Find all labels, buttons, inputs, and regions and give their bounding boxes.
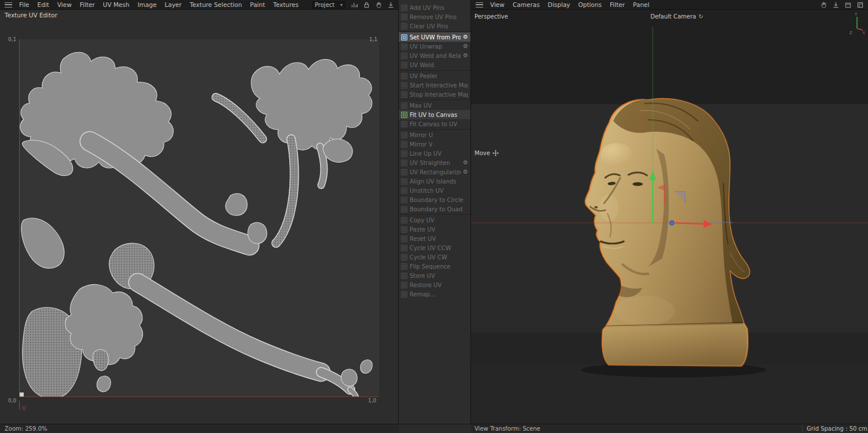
uv-island[interactable] <box>97 376 111 392</box>
uv-corner-label: 1,0 <box>368 398 376 403</box>
uv-command-item[interactable]: Unstitch UV ⚙ <box>399 186 470 195</box>
uv-command-item[interactable]: Remap... ⚙ <box>399 289 470 299</box>
uv-command-item[interactable]: Fit UV to Canvas ⚙ <box>399 110 470 119</box>
menu-item[interactable]: Display <box>544 1 575 9</box>
histogram-icon[interactable] <box>350 1 359 9</box>
uv-rectangularize-icon <box>401 169 407 175</box>
panel-menu-icon[interactable] <box>476 2 483 8</box>
uv-command-item[interactable]: Cycle UV CW ⚙ <box>399 252 470 262</box>
uv-command-item[interactable]: Stop Interactive Mapping ⚙ <box>399 90 470 99</box>
viewport-3d[interactable]: Perspective Default Camera ↻ Move Y X Z <box>471 10 868 424</box>
grab-hand-icon[interactable] <box>819 1 828 9</box>
viewport-scene-svg <box>471 10 868 424</box>
gear-icon[interactable]: ⚙ <box>463 160 468 166</box>
uv-weld-icon <box>401 62 407 68</box>
menu-item[interactable]: Filter <box>606 1 629 9</box>
boundary-circle-icon <box>401 197 407 203</box>
uv-island[interactable] <box>248 222 267 243</box>
uv-command-item[interactable]: Start Interactive Mapping ⚙ <box>399 80 470 90</box>
chest-highlight <box>615 296 675 326</box>
float-window-icon[interactable] <box>843 1 852 9</box>
uv-command-item[interactable]: Add UV Pins ⚙ <box>399 3 470 12</box>
menu-item[interactable]: UV Mesh <box>99 1 134 9</box>
uv-command-item[interactable]: Restore UV ⚙ <box>399 280 470 289</box>
camera-cycle-icon[interactable]: ↻ <box>698 13 703 20</box>
menu-item[interactable]: Image <box>134 1 161 9</box>
uv-command-item[interactable]: Store UV ⚙ <box>399 271 470 280</box>
maximize-icon[interactable] <box>855 1 865 9</box>
project-select[interactable]: Project ▾ <box>312 1 345 9</box>
fit-uv-canvas-icon <box>401 112 407 118</box>
restore-uv-icon <box>401 282 407 288</box>
uv-command-item[interactable]: Set UVW from Projection ⚙ <box>399 32 470 42</box>
uv-command-item[interactable]: UV Rectangularize ⚙ <box>399 167 470 177</box>
uv-command-item[interactable]: UV Weld ⚙ <box>399 60 470 69</box>
uv-command-item[interactable]: Cycle UV CCW ⚙ <box>399 243 470 252</box>
gear-icon[interactable]: ⚙ <box>463 169 468 175</box>
camera-label-text: Default Camera <box>650 13 696 20</box>
model-bust[interactable] <box>586 99 749 366</box>
uv-island[interactable] <box>21 218 64 269</box>
uv-command-item[interactable]: Max UV ⚙ <box>399 101 470 110</box>
download-arrow-icon[interactable] <box>386 1 395 9</box>
menu-item[interactable]: Filter <box>76 1 99 9</box>
uv-island[interactable] <box>226 193 247 215</box>
uv-command-item[interactable]: Boundary to Quad ⚙ <box>399 204 470 214</box>
uv-island[interactable] <box>276 139 295 243</box>
uv-command-item[interactable]: Mirror U ⚙ <box>399 130 470 140</box>
gear-icon[interactable]: ⚙ <box>463 34 468 40</box>
uv-origin-handle[interactable] <box>19 392 24 397</box>
menu-item[interactable]: Layer <box>161 1 186 9</box>
menu-item[interactable]: Cameras <box>509 1 544 9</box>
gear-icon[interactable]: ⚙ <box>463 43 468 49</box>
uv-island[interactable] <box>138 282 321 372</box>
uv-command-item[interactable]: Boundary to Circle ⚙ <box>399 195 470 204</box>
uv-island[interactable] <box>93 350 109 370</box>
menu-item[interactable]: Edit <box>34 1 53 9</box>
panel-menu-icon[interactable] <box>5 2 12 8</box>
uv-command-item[interactable]: UV Weld and Relax ⚙ <box>399 51 470 60</box>
uv-island[interactable] <box>90 141 249 245</box>
uv-command-item[interactable]: Reset UV ⚙ <box>399 234 470 243</box>
uv-island[interactable] <box>251 60 372 151</box>
uv-peeler-icon <box>401 73 407 79</box>
uv-command-item[interactable]: Mirror V ⚙ <box>399 140 470 149</box>
menu-item[interactable]: File <box>15 1 34 9</box>
uv-canvas[interactable] <box>19 39 379 397</box>
menu-item[interactable]: View <box>53 1 76 9</box>
uv-island[interactable] <box>323 139 352 162</box>
uv-command-label: Cycle UV CW <box>410 254 447 260</box>
uv-command-item[interactable]: Remove UV Pins ⚙ <box>399 12 470 21</box>
axis-x-label: X <box>862 31 865 34</box>
bust-pedestal <box>602 324 748 366</box>
uv-island[interactable] <box>361 360 372 373</box>
gizmo-center-dot[interactable] <box>670 221 674 225</box>
menu-item[interactable]: Texture Selection <box>186 1 246 9</box>
menu-item[interactable]: Options <box>574 1 606 9</box>
grab-hand-icon[interactable] <box>374 1 383 9</box>
lock-icon[interactable] <box>362 1 371 9</box>
uv-command-item[interactable]: UV Unwrap ⚙ <box>399 42 470 51</box>
move-tool-icon <box>492 150 499 156</box>
stop-interactive-mapping-icon <box>401 91 407 98</box>
uv-command-item[interactable]: UV Straighten ⚙ <box>399 158 470 167</box>
uv-command-item[interactable]: Fit Canvas to UV ⚙ <box>399 119 470 129</box>
uv-command-label: Align UV Islands <box>410 178 457 185</box>
menu-item[interactable]: Panel <box>629 1 653 9</box>
uv-command-item[interactable]: Align UV Islands ⚙ <box>399 177 470 186</box>
gear-icon[interactable]: ⚙ <box>463 53 468 58</box>
uv-command-item[interactable]: Flip Sequence ⚙ <box>399 262 470 271</box>
uv-command-item[interactable]: Clear UV Pins ⚙ <box>399 21 470 31</box>
download-arrow-icon[interactable] <box>831 1 840 9</box>
projection-label[interactable]: Perspective <box>475 13 508 20</box>
uv-command-item[interactable]: Copy UV ⚙ <box>399 215 470 225</box>
menu-item[interactable]: View <box>486 1 509 9</box>
uv-command-item[interactable]: UV Peeler ⚙ <box>399 71 470 80</box>
menu-item[interactable]: Textures <box>269 1 303 9</box>
uv-island[interactable] <box>341 369 358 386</box>
camera-label[interactable]: Default Camera ↻ <box>650 13 703 20</box>
uv-command-item[interactable]: Paste UV ⚙ <box>399 225 470 234</box>
menu-item[interactable]: Paint <box>246 1 269 9</box>
grid-spacing-text: Grid Spacing : 50 cm <box>807 425 867 432</box>
uv-command-item[interactable]: Line Up UV ⚙ <box>399 149 470 158</box>
